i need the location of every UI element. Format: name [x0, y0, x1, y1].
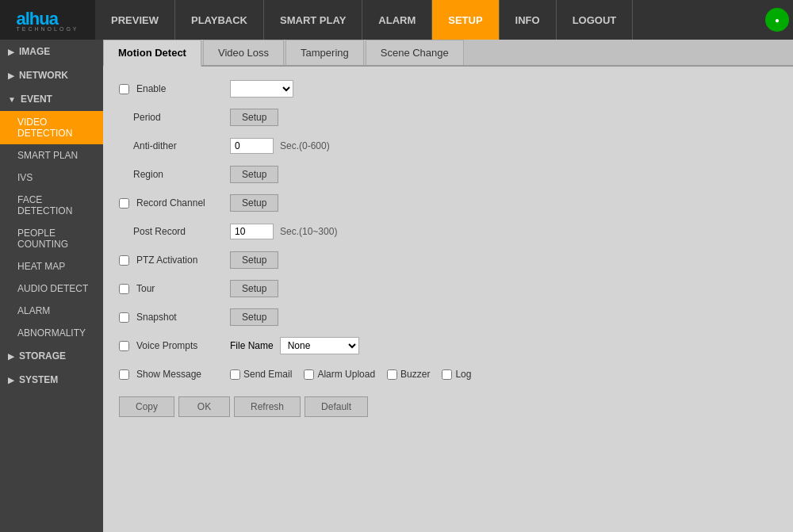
tab-motion-detect[interactable]: Motion Detect [103, 40, 201, 67]
anti-dither-row: Anti-dither Sec.(0-600) [119, 136, 777, 156]
enable-select[interactable] [230, 80, 293, 98]
log-label: Log [442, 369, 471, 380]
ptz-activation-label: PTZ Activation [136, 255, 197, 266]
sidebar-item-heat-map[interactable]: HEAT MAP [0, 255, 103, 277]
region-setup-button[interactable]: Setup [230, 166, 278, 183]
snapshot-row: Snapshot Setup [119, 307, 777, 327]
sidebar-section-label: STORAGE [19, 350, 66, 362]
voice-prompts-row: Voice Prompts File Name None [119, 335, 777, 356]
enable-label: Enable [136, 83, 166, 94]
period-label: Period [119, 112, 230, 123]
region-label: Region [119, 169, 230, 180]
content-area: Motion Detect Video Loss Tampering Scene… [103, 40, 793, 532]
arrow-icon: ▶ [8, 376, 14, 385]
ptz-activation-row: PTZ Activation Setup [119, 250, 777, 270]
tour-row: Tour Setup [119, 278, 777, 299]
period-setup-button[interactable]: Setup [230, 109, 278, 126]
ptz-activation-control: Setup [230, 251, 278, 269]
tour-label-group: Tour [119, 283, 230, 294]
snapshot-control: Setup [230, 308, 278, 326]
sidebar-item-abnormality[interactable]: ABNORMALITY [0, 322, 103, 344]
tour-setup-button[interactable]: Setup [230, 280, 278, 297]
post-record-control: Sec.(10~300) [230, 224, 337, 239]
nav-bar: PREVIEW PLAYBACK SMART PLAY ALARM SETUP … [95, 0, 765, 40]
enable-control [230, 80, 293, 98]
logo-text: alhua [16, 9, 57, 29]
show-message-label: Show Message [136, 369, 201, 380]
enable-checkbox[interactable] [119, 84, 129, 94]
voice-prompts-control: File Name None [230, 337, 359, 354]
sidebar-section-storage[interactable]: ▶ STORAGE [0, 344, 103, 368]
nav-smart-play[interactable]: SMART PLAY [264, 0, 362, 40]
sidebar-item-video-detection[interactable]: VIDEO DETECTION [0, 111, 103, 144]
copy-button[interactable]: Copy [119, 396, 174, 417]
record-channel-label-group: Record Channel [119, 197, 230, 209]
anti-dither-hint: Sec.(0-600) [280, 140, 330, 151]
buzzer-label: Buzzer [387, 369, 430, 380]
send-email-checkbox[interactable] [230, 369, 240, 380]
alarm-upload-checkbox[interactable] [304, 369, 314, 380]
sidebar-item-alarm[interactable]: ALARM [0, 300, 103, 322]
ok-button[interactable]: OK [178, 396, 230, 417]
sidebar-section-event[interactable]: ▼ EVENT [0, 87, 103, 111]
sidebar-item-audio-detect[interactable]: AUDIO DETECT [0, 277, 103, 300]
record-channel-checkbox[interactable] [119, 198, 129, 209]
sidebar-item-face-detection[interactable]: FACE DETECTION [0, 189, 103, 222]
sidebar-section-image[interactable]: ▶ IMAGE [0, 40, 103, 63]
log-checkbox[interactable] [442, 369, 452, 380]
anti-dither-control: Sec.(0-600) [230, 138, 330, 154]
enable-row: Enable [119, 78, 777, 99]
sidebar-section-label: NETWORK [19, 70, 68, 81]
show-message-label-group: Show Message [119, 369, 230, 380]
refresh-button[interactable]: Refresh [234, 396, 301, 417]
region-row: Region Setup [119, 164, 777, 185]
voice-prompts-label-group: Voice Prompts [119, 340, 230, 351]
ptz-activation-setup-button[interactable]: Setup [230, 251, 278, 269]
record-channel-row: Record Channel Setup [119, 193, 777, 213]
nav-setup[interactable]: SETUP [432, 0, 499, 40]
post-record-label: Post Record [119, 226, 230, 237]
record-channel-setup-button[interactable]: Setup [230, 194, 278, 212]
nav-logout[interactable]: LOGOUT [557, 0, 634, 40]
bottom-buttons: Copy OK Refresh Default [119, 396, 777, 417]
logo: alhua TECHNOLOGY [0, 0, 95, 40]
anti-dither-input[interactable] [230, 138, 274, 154]
enable-label-group: Enable [119, 83, 230, 94]
post-record-row: Post Record Sec.(10~300) [119, 221, 777, 242]
show-message-row: Show Message Send Email Alarm Upload Buz… [119, 364, 777, 385]
tab-tampering[interactable]: Tampering [285, 40, 364, 65]
default-button[interactable]: Default [305, 396, 368, 417]
arrow-icon: ▼ [8, 95, 16, 104]
file-name-label: File Name [230, 340, 274, 351]
nav-preview[interactable]: PREVIEW [95, 0, 175, 40]
ptz-activation-label-group: PTZ Activation [119, 255, 230, 266]
ptz-activation-checkbox[interactable] [119, 255, 129, 266]
anti-dither-label: Anti-dither [119, 140, 230, 151]
arrow-icon: ▶ [8, 352, 14, 361]
show-message-control: Send Email Alarm Upload Buzzer Log [230, 369, 471, 380]
sidebar-section-network[interactable]: ▶ NETWORK [0, 63, 103, 87]
snapshot-checkbox[interactable] [119, 312, 129, 323]
show-message-checkbox[interactable] [119, 369, 129, 380]
logo-subtext: TECHNOLOGY [16, 26, 79, 32]
sidebar-item-ivs[interactable]: IVS [0, 166, 103, 189]
send-email-label: Send Email [230, 369, 292, 380]
tab-video-loss[interactable]: Video Loss [203, 40, 284, 65]
nav-alarm[interactable]: ALARM [362, 0, 432, 40]
sidebar-item-smart-plan[interactable]: SMART PLAN [0, 144, 103, 166]
record-channel-label: Record Channel [136, 197, 205, 209]
nav-playback[interactable]: PLAYBACK [175, 0, 264, 40]
voice-prompts-checkbox[interactable] [119, 341, 129, 351]
sidebar-section-system[interactable]: ▶ SYSTEM [0, 368, 103, 392]
file-name-select[interactable]: None [280, 337, 359, 354]
nav-info[interactable]: INFO [500, 0, 557, 40]
post-record-input[interactable] [230, 224, 274, 239]
buzzer-checkbox[interactable] [387, 369, 397, 380]
snapshot-label-group: Snapshot [119, 312, 230, 323]
sidebar-item-people-counting[interactable]: PEOPLE COUNTING [0, 222, 103, 255]
post-record-hint: Sec.(10~300) [280, 226, 337, 237]
tour-checkbox[interactable] [119, 284, 129, 294]
tab-scene-change[interactable]: Scene Change [366, 40, 464, 65]
tour-control: Setup [230, 280, 278, 297]
snapshot-setup-button[interactable]: Setup [230, 308, 278, 326]
